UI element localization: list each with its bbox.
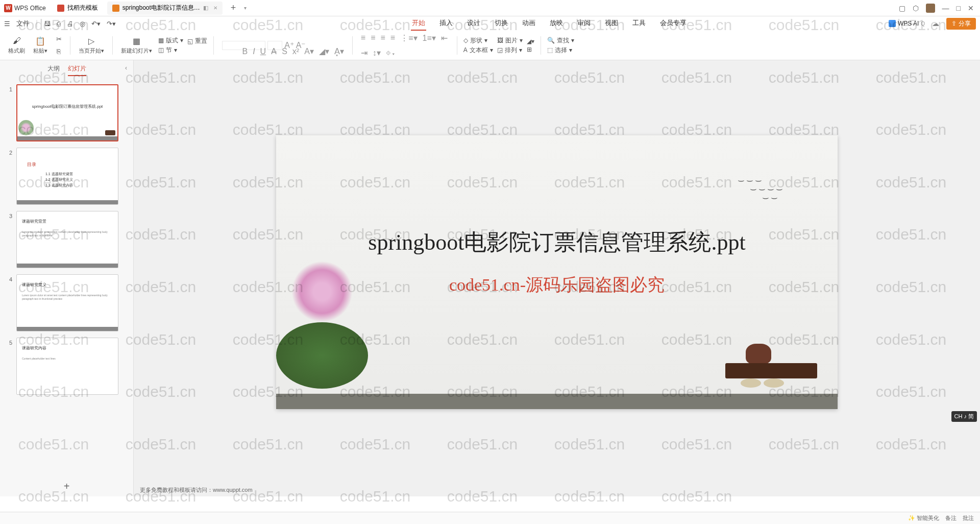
tab-label: springboot电影院订票信息…: [122, 4, 200, 12]
menu-center: 开始 插入 设计 切换 动画 放映 审阅 视图 工具 会员专享: [411, 16, 688, 31]
ribbon-from-current[interactable]: ▷ 当页开始▾: [77, 36, 106, 55]
ribbon-format-painter[interactable]: 🖌 格式刷: [6, 36, 27, 55]
ribbon-fill-icon[interactable]: ◢▾: [527, 38, 534, 45]
app-name: WPS Office: [14, 5, 46, 12]
align-right-icon[interactable]: ≡: [381, 33, 385, 42]
slides-tab[interactable]: 幻灯片: [68, 64, 86, 76]
tab-templates[interactable]: 找稻壳模板: [52, 2, 103, 15]
clear-format-icon[interactable]: A͓▾: [334, 46, 344, 56]
ime-indicator[interactable]: CH ♪ 简: [951, 411, 977, 422]
status-beautify[interactable]: ✨ 智能美化: [908, 514, 939, 522]
statusbar: ✨ 智能美化 备注 批注: [0, 512, 980, 524]
main-area: 大纲 幻灯片 ‹ 1 springboot电影院订票信息管理系统.ppt 2 目…: [0, 60, 980, 496]
status-comments[interactable]: 批注: [963, 514, 974, 522]
ribbon-select[interactable]: ⬚ 选择▾: [547, 46, 574, 55]
outline-tab[interactable]: 大纲: [47, 64, 60, 76]
bullets-icon[interactable]: ⋮≡▾: [400, 33, 417, 43]
close-button[interactable]: ✕: [968, 4, 974, 12]
user-avatar-icon[interactable]: [926, 4, 935, 13]
highlight-icon[interactable]: ◢▾: [319, 46, 329, 56]
ribbon-group-icon[interactable]: ⊞: [527, 46, 534, 53]
thumb-item[interactable]: 1 springboot电影院订票信息管理系统.ppt: [6, 84, 127, 141]
maximize-button[interactable]: □: [957, 4, 961, 12]
strikethrough-icon[interactable]: S: [282, 47, 287, 56]
copy-icon[interactable]: ⎘: [54, 46, 64, 57]
text-direction-icon[interactable]: ⟐▾: [386, 48, 396, 57]
status-notes[interactable]: 备注: [945, 514, 957, 522]
menu-slideshow[interactable]: 放映: [549, 16, 564, 31]
ribbon-reset[interactable]: ◱ 重置: [187, 37, 207, 45]
bold-icon[interactable]: B: [242, 47, 248, 56]
slide-panel: 大纲 幻灯片 ‹ 1 springboot电影院订票信息管理系统.ppt 2 目…: [0, 60, 134, 496]
wps-ai-icon: [889, 20, 896, 27]
save-icon[interactable]: 🖫: [44, 20, 51, 28]
align-left-icon[interactable]: ≡: [361, 33, 365, 42]
menu-view[interactable]: 视图: [604, 16, 619, 31]
thumb-item[interactable]: 5 课题研究内容Content placeholder text lines: [6, 338, 127, 395]
align-justify-icon[interactable]: ≡: [390, 33, 395, 42]
file-menu[interactable]: 文件: [16, 19, 30, 28]
thumb-item[interactable]: 2 目录 1.1 选题研究背景 1.2 选题研究意义 1.3 选题研究内容: [6, 148, 127, 205]
preview-icon[interactable]: ◎: [80, 20, 85, 28]
wps-ai-button[interactable]: WPS AI Q: [889, 20, 925, 27]
font-color-icon[interactable]: A▾: [304, 46, 314, 56]
thumb-5[interactable]: 课题研究内容Content placeholder text lines: [16, 338, 118, 395]
add-tab-button[interactable]: +: [227, 3, 240, 13]
template-tab-icon: [57, 5, 64, 12]
add-slide-button[interactable]: +: [0, 477, 133, 496]
titlebar: W WPS Office 找稻壳模板 springboot电影院订票信息… ◧ …: [0, 0, 980, 16]
slide-canvas[interactable]: ⌣⌣⌣ ⌣⌣⌣⌣ ⌣⌣ springboot电影院订票信息管理系统.ppt co…: [276, 135, 838, 409]
minimize-button[interactable]: —: [942, 4, 949, 12]
collapse-panel-icon[interactable]: ‹: [125, 64, 127, 72]
window-icon-1[interactable]: ▢: [899, 4, 905, 12]
thumb-3[interactable]: 课题研究背景Lorem ipsum dolor sit amet text co…: [16, 211, 118, 268]
ribbon-find[interactable]: 🔍 查找▾: [547, 36, 574, 45]
print-icon[interactable]: 🖨: [67, 20, 74, 28]
thumb-item[interactable]: 4 课题研究意义Lorem ipsum dolor sit amet text …: [6, 274, 127, 331]
menu-animation[interactable]: 动画: [521, 16, 536, 31]
indent-inc-icon[interactable]: ⇥: [361, 48, 368, 58]
redo-icon[interactable]: ↷▾: [107, 20, 116, 28]
ribbon-new-slide[interactable]: ▦ 新建幻灯片▾: [119, 36, 154, 55]
thumb-1[interactable]: springboot电影院订票信息管理系统.ppt: [16, 84, 118, 141]
ribbon-arrange[interactable]: ◲ 排列▾: [497, 46, 523, 55]
ribbon-section[interactable]: ◫ 节▾: [158, 46, 183, 55]
cloud-icon[interactable]: ☁: [932, 19, 939, 28]
wps-logo-icon: W: [4, 4, 12, 12]
ribbon-textbox[interactable]: A 文本框▾: [463, 46, 493, 55]
cut-icon[interactable]: ✂: [54, 34, 64, 44]
undo-icon[interactable]: ↶▾: [91, 20, 101, 28]
menu-tools[interactable]: 工具: [631, 16, 647, 31]
thumb-4[interactable]: 课题研究意义Lorem ipsum dolor sit amet text co…: [16, 274, 118, 331]
thumb-item[interactable]: 3 课题研究背景Lorem ipsum dolor sit amet text …: [6, 211, 127, 268]
line-spacing-icon[interactable]: ↕▾: [373, 48, 381, 58]
thumb-2[interactable]: 目录 1.1 选题研究背景 1.2 选题研究意义 1.3 选题研究内容: [16, 148, 118, 205]
menu-transition[interactable]: 切换: [494, 16, 509, 31]
menu-member[interactable]: 会员专享: [659, 16, 688, 31]
play-icon: ▷: [86, 36, 96, 46]
close-icon[interactable]: ✕: [213, 5, 217, 11]
indent-dec-icon[interactable]: ⇤: [441, 33, 448, 43]
window-icon-2[interactable]: ⬡: [913, 4, 919, 12]
menu-review[interactable]: 审阅: [576, 16, 592, 31]
numbering-icon[interactable]: 1≡▾: [423, 33, 436, 43]
tab-comment-icon[interactable]: ◧: [203, 5, 208, 11]
share-button[interactable]: ⇪ 分享: [946, 18, 976, 30]
ribbon-picture[interactable]: 🖼 图片▾: [497, 36, 523, 45]
tab-document[interactable]: springboot电影院订票信息… ◧ ✕: [107, 2, 223, 15]
export-icon[interactable]: ⎙: [57, 20, 61, 28]
align-center-icon[interactable]: ≡: [371, 33, 375, 42]
italic-icon[interactable]: I: [253, 47, 255, 56]
menu-icon[interactable]: ☰: [4, 20, 10, 28]
menu-insert[interactable]: 插入: [438, 16, 454, 31]
underline-icon[interactable]: U: [260, 47, 266, 56]
tab-dropdown-icon[interactable]: ▾: [244, 5, 247, 11]
strike-icon[interactable]: A̶: [271, 46, 277, 56]
superscript-icon[interactable]: x²: [292, 47, 299, 56]
ribbon-paste[interactable]: 📋 粘贴▾: [31, 36, 50, 55]
share-label: 分享: [959, 19, 971, 28]
ribbon-shape[interactable]: ◇ 形状▾: [463, 36, 493, 45]
menu-design[interactable]: 设计: [466, 16, 481, 31]
ribbon-layout[interactable]: ▦ 版式▾: [158, 36, 183, 45]
menu-start[interactable]: 开始: [411, 16, 426, 31]
